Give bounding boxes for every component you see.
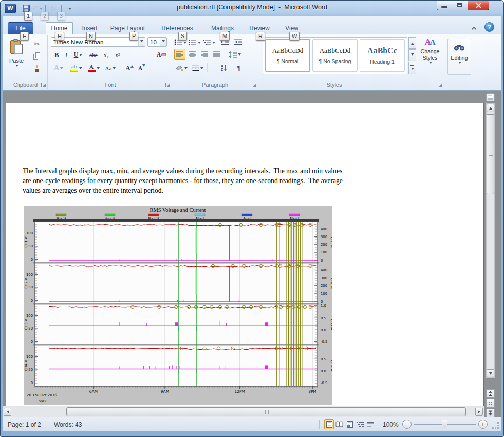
outline-view-button[interactable]: [355, 419, 365, 429]
show-hide-pilcrow-button[interactable]: ¶: [233, 62, 245, 74]
arrow-down-icon: [411, 68, 414, 71]
styles-scroll-up-button[interactable]: [408, 37, 416, 49]
keytip-page-layout: P: [129, 32, 138, 41]
keytip-file: F: [20, 32, 29, 41]
svg-text:6AM: 6AM: [89, 389, 98, 394]
horizontal-scrollbar[interactable]: [3, 406, 484, 418]
zoom-out-button[interactable]: −: [402, 420, 412, 429]
bold-button[interactable]: B: [52, 49, 61, 60]
minimize-button[interactable]: [437, 1, 452, 10]
styles-dialog-launcher[interactable]: [438, 83, 442, 87]
draft-view-button[interactable]: [365, 419, 375, 429]
sort-button[interactable]: A Z: [217, 62, 231, 74]
justify-button[interactable]: [211, 49, 222, 60]
chevron-down-icon: [15, 65, 18, 68]
font-color-button[interactable]: A: [86, 62, 101, 74]
borders-button[interactable]: [191, 62, 205, 74]
collapse-ribbon-button[interactable]: [470, 25, 478, 31]
svg-text:300: 300: [321, 276, 327, 280]
document-page[interactable]: The Interval graphs display max, min, an…: [6, 103, 483, 406]
tab-label: Page Layout: [110, 25, 145, 32]
style-heading-1[interactable]: AaBbCc Heading 1: [360, 39, 405, 72]
qat-customize-button[interactable]: [64, 4, 74, 13]
numbering-icon: [189, 39, 197, 45]
zoom-slider-handle[interactable]: [442, 420, 447, 428]
italic-button[interactable]: I: [62, 49, 70, 60]
svg-text:100: 100: [26, 314, 33, 318]
previous-page-button[interactable]: [486, 389, 495, 398]
align-left-button[interactable]: [174, 49, 185, 60]
zoom-in-button[interactable]: +: [478, 420, 488, 429]
scroll-right-button[interactable]: [475, 408, 483, 416]
shrink-font-button[interactable]: A: [136, 62, 147, 74]
print-layout-view-button[interactable]: [324, 419, 334, 429]
style-no-spacing[interactable]: AaBbCcDd ¶ No Spacing: [312, 39, 358, 72]
undo-icon: ↶: [32, 5, 39, 12]
word-logo-icon[interactable]: W: [5, 4, 16, 13]
style-normal[interactable]: AaBbCcDd ¶ Normal: [265, 39, 310, 72]
svg-text:50: 50: [28, 244, 33, 248]
subscript-button[interactable]: x₂: [101, 49, 111, 60]
font-size-combo[interactable]: 10: [147, 37, 167, 47]
underline-label: U: [74, 51, 79, 59]
style-preview: AaBbCcDd: [272, 47, 304, 55]
svg-text:0: 0: [31, 340, 33, 344]
vertical-scrollbar[interactable]: [486, 103, 495, 378]
svg-text:0: 0: [31, 258, 33, 262]
styles-more-button[interactable]: [408, 62, 416, 74]
svg-text:12PM: 12PM: [234, 389, 245, 394]
align-right-button[interactable]: [199, 49, 210, 60]
change-styles-button[interactable]: AA Change Styles: [418, 37, 442, 76]
horizontal-scroll-thumb[interactable]: [66, 407, 466, 416]
align-left-icon: [176, 51, 183, 57]
scroll-down-button[interactable]: [487, 369, 494, 377]
keytip-undo: 2: [41, 12, 49, 21]
strikethrough-button[interactable]: abe: [87, 49, 100, 60]
paste-button[interactable]: Paste: [6, 37, 27, 79]
text-effects-button[interactable]: A: [51, 62, 66, 74]
styles-scroll-down-button[interactable]: [408, 49, 416, 61]
ruler-toggle-button[interactable]: [486, 93, 495, 101]
superscript-button[interactable]: x²: [113, 49, 123, 60]
page-indicator[interactable]: Page: 1 of 2: [8, 421, 41, 428]
vertical-scroll-thumb[interactable]: [487, 114, 494, 194]
underline-button[interactable]: U: [71, 49, 85, 60]
help-button[interactable]: ?: [484, 22, 494, 32]
increase-indent-button[interactable]: [233, 37, 244, 47]
rms-voltage-current-chart[interactable]: RMS Voltage and CurrentMin VAve VMax VMi…: [24, 206, 332, 405]
full-screen-reading-view-button[interactable]: [334, 419, 344, 429]
select-browse-object-button[interactable]: [486, 399, 495, 408]
resize-grip[interactable]: [492, 422, 499, 429]
highlight-button[interactable]: ab: [68, 62, 84, 74]
zoom-level[interactable]: 100%: [383, 421, 399, 428]
close-button[interactable]: [468, 1, 489, 10]
clear-formatting-button[interactable]: A: [154, 49, 169, 60]
tab-page-layout[interactable]: Page Layout: [106, 22, 149, 34]
clipboard-dialog-launcher[interactable]: [41, 83, 46, 87]
editing-button[interactable]: Editing: [447, 39, 471, 75]
change-case-button[interactable]: Aa: [103, 62, 118, 74]
scroll-left-button[interactable]: [4, 408, 11, 416]
numbering-button[interactable]: [189, 37, 201, 47]
styles-gallery-scroll: [408, 37, 416, 74]
align-center-button[interactable]: [186, 49, 198, 60]
next-page-button[interactable]: [486, 409, 495, 417]
title-bar[interactable]: W ↶ ↻ 1 2 3 publication.rtf [Compatibili…: [1, 1, 503, 16]
tab-label: Review: [249, 25, 269, 32]
web-layout-view-button[interactable]: [345, 419, 354, 429]
paragraph-dialog-launcher[interactable]: [252, 83, 256, 87]
tab-references[interactable]: References: [158, 22, 197, 34]
word-count[interactable]: Words: 43: [54, 421, 82, 428]
maximize-button[interactable]: [452, 1, 468, 10]
font-dialog-launcher[interactable]: [165, 83, 170, 87]
format-painter-button[interactable]: [29, 63, 45, 74]
multilevel-list-button[interactable]: [203, 37, 215, 47]
grow-font-button[interactable]: A: [124, 62, 135, 74]
scroll-up-button[interactable]: [487, 104, 494, 112]
line-spacing-button[interactable]: [228, 49, 242, 60]
multilevel-list-icon: [203, 39, 211, 45]
cut-button[interactable]: ✂: [29, 38, 45, 49]
status-bar: Page: 1 of 2 Words: 43 100% − +: [3, 417, 501, 431]
shading-button[interactable]: [174, 62, 189, 74]
copy-button[interactable]: [29, 50, 45, 62]
